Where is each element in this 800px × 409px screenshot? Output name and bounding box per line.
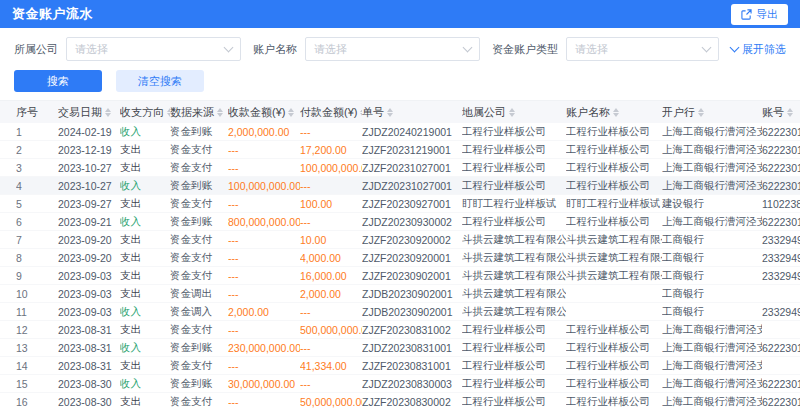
column-header-bank[interactable]: 开户行 <box>662 105 762 120</box>
cell-account_name: 斗拱云建筑工程有限公司 <box>566 251 662 265</box>
cell-company: 盯盯工程行业样板试 <box>462 197 566 211</box>
cell-order_no: ZJDZ20230930002 <box>362 216 462 228</box>
cell-direction: 支出 <box>120 197 170 211</box>
cell-date: 2023-09-21 <box>58 216 120 228</box>
cell-date: 2023-09-03 <box>58 306 120 318</box>
sort-icon[interactable] <box>613 108 619 117</box>
cell-account_no: 23329499 <box>762 252 800 264</box>
export-label: 导出 <box>756 7 778 22</box>
column-header-source[interactable]: 数据来源 <box>170 105 228 120</box>
sort-icon[interactable] <box>698 108 704 117</box>
table-row[interactable]: 12024-02-19收入资金到账2,000,000.00---ZJDZ2024… <box>0 123 800 141</box>
cell-direction: 支出 <box>120 323 170 337</box>
cell-date: 2023-08-30 <box>58 396 120 408</box>
account-select[interactable]: 请选择 <box>305 37 480 61</box>
cell-index: 5 <box>16 198 58 210</box>
table-row[interactable]: 82023-09-20支出资金支付---4,000.00ZJZF20230920… <box>0 249 800 267</box>
company-select[interactable]: 请选择 <box>66 37 241 61</box>
column-header-account_name[interactable]: 账户名称 <box>566 105 662 120</box>
cell-index: 15 <box>16 378 58 390</box>
cell-date: 2023-10-27 <box>58 162 120 174</box>
column-header-date[interactable]: 交易日期 <box>58 105 120 120</box>
cell-date: 2023-08-31 <box>58 360 120 372</box>
cell-company: 工程行业样板公司 <box>462 161 566 175</box>
table-row[interactable]: 72023-09-20支出资金支付---10.00ZJZF20230920002… <box>0 231 800 249</box>
cell-direction: 支出 <box>120 161 170 175</box>
cell-account_name: 工程行业样板公司 <box>566 179 662 193</box>
cell-receive: 100,000,000.00 <box>228 180 300 192</box>
column-header-pay[interactable]: 付款金额(¥) <box>300 105 362 120</box>
table-row[interactable]: 152023-08-30收入资金到账30,000,000.00---ZJDZ20… <box>0 375 800 393</box>
export-button[interactable]: 导出 <box>731 4 788 25</box>
cell-pay: 16,000.00 <box>300 270 362 282</box>
table-row[interactable]: 52023-09-27支出资金支付---100.00ZJZF2023092700… <box>0 195 800 213</box>
column-header-receive[interactable]: 收款金额(¥) <box>228 105 300 120</box>
cell-account_no: 62223011 <box>762 162 800 174</box>
cell-company: 工程行业样板公司 <box>462 359 566 373</box>
sort-icon[interactable] <box>105 108 111 117</box>
cell-account_no: 62223011 <box>762 216 800 228</box>
expand-filters-link[interactable]: 展开筛选 <box>731 42 786 57</box>
account-type-select[interactable]: 请选择 <box>566 37 719 61</box>
cell-account_name: 工程行业样板公司 <box>566 143 662 157</box>
table-row[interactable]: 102023-09-03支出资金调出---2,000.00ZJDB2023090… <box>0 285 800 303</box>
clear-search-button[interactable]: 清空搜索 <box>116 70 204 92</box>
cell-account_no: 23329499 <box>762 270 800 282</box>
cell-pay: 500,000,000.00 <box>300 324 362 336</box>
table-row[interactable]: 32023-10-27支出资金支付---100,000,000.00ZJZF20… <box>0 159 800 177</box>
cell-bank: 上海工商银行漕河泾支行 <box>662 143 762 157</box>
cell-pay: 100.00 <box>300 198 362 210</box>
sort-icon[interactable] <box>387 108 393 117</box>
table-row[interactable]: 162023-08-30支出资金支付---50,000,000.00ZJZF20… <box>0 393 800 409</box>
cell-account_name: 工程行业样板公司 <box>566 395 662 409</box>
cell-order_no: ZJZF20230920001 <box>362 252 462 264</box>
column-header-index: 序号 <box>16 105 58 120</box>
column-header-company[interactable]: 地属公司 <box>462 105 566 120</box>
cell-direction: 收入 <box>120 305 170 319</box>
cell-source: 资金支付 <box>170 233 228 247</box>
sort-icon[interactable] <box>217 108 223 117</box>
cell-order_no: ZJDZ20230830003 <box>362 378 462 390</box>
table-row[interactable]: 112023-09-03收入资金调入2,000.00---ZJDB2023090… <box>0 303 800 321</box>
cell-direction: 收入 <box>120 179 170 193</box>
column-header-account_no[interactable]: 账号 <box>762 105 800 120</box>
cell-pay: 10.00 <box>300 234 362 246</box>
column-header-order_no[interactable]: 单号 <box>362 105 462 120</box>
column-header-direction[interactable]: 收支方向 <box>120 105 170 120</box>
table-row[interactable]: 62023-09-21收入资金到账800,000,000.00---ZJDZ20… <box>0 213 800 231</box>
cell-source: 资金支付 <box>170 197 228 211</box>
cell-company: 斗拱云建筑工程有限公司 <box>462 233 566 247</box>
cell-date: 2023-09-27 <box>58 198 120 210</box>
cell-account_no: 62223011 <box>762 342 800 354</box>
cell-source: 资金支付 <box>170 395 228 409</box>
filter-account-type-label: 资金账户类型 <box>492 42 558 57</box>
cell-account_name: 工程行业样板公司 <box>566 359 662 373</box>
cell-source: 资金到账 <box>170 341 228 355</box>
cell-bank: 上海工商银行漕河泾支行 <box>662 395 762 409</box>
table-row[interactable]: 22023-12-19支出资金支付---17,200.00ZJZF2023121… <box>0 141 800 159</box>
table-row[interactable]: 122023-08-31支出资金支付---500,000,000.00ZJZF2… <box>0 321 800 339</box>
cell-index: 9 <box>16 270 58 282</box>
sort-icon[interactable] <box>787 108 793 117</box>
sort-icon[interactable] <box>509 108 515 117</box>
cell-pay: --- <box>300 180 362 192</box>
cell-pay: 4,000.00 <box>300 252 362 264</box>
cell-bank: 上海工商银行漕河泾支行 <box>662 125 762 139</box>
table-row[interactable]: 92023-09-03支出资金支付---16,000.00ZJZF2023090… <box>0 267 800 285</box>
top-bar: 资金账户流水 导出 <box>0 0 800 28</box>
cell-index: 13 <box>16 342 58 354</box>
table-row[interactable]: 42023-10-27收入资金到账100,000,000.00---ZJDZ20… <box>0 177 800 195</box>
table-row[interactable]: 142023-08-31支出资金支付---41,334.00ZJZF202308… <box>0 357 800 375</box>
chevron-down-icon <box>730 43 740 53</box>
cell-company: 工程行业样板公司 <box>462 125 566 139</box>
cell-bank: 上海工商银行漕河泾支行 <box>662 341 762 355</box>
sort-icon[interactable] <box>288 108 294 117</box>
chevron-down-icon <box>224 43 234 53</box>
cell-account_no: 62223011 <box>762 378 800 390</box>
table-row[interactable]: 132023-08-31收入资金到账230,000,000.00---ZJDZ2… <box>0 339 800 357</box>
cell-order_no: ZJZF20230920002 <box>362 234 462 246</box>
cell-receive: --- <box>228 162 300 174</box>
cell-account_name: 斗拱云建筑工程有限公司 <box>566 233 662 247</box>
cell-source: 资金到账 <box>170 179 228 193</box>
search-button[interactable]: 搜索 <box>14 70 102 92</box>
